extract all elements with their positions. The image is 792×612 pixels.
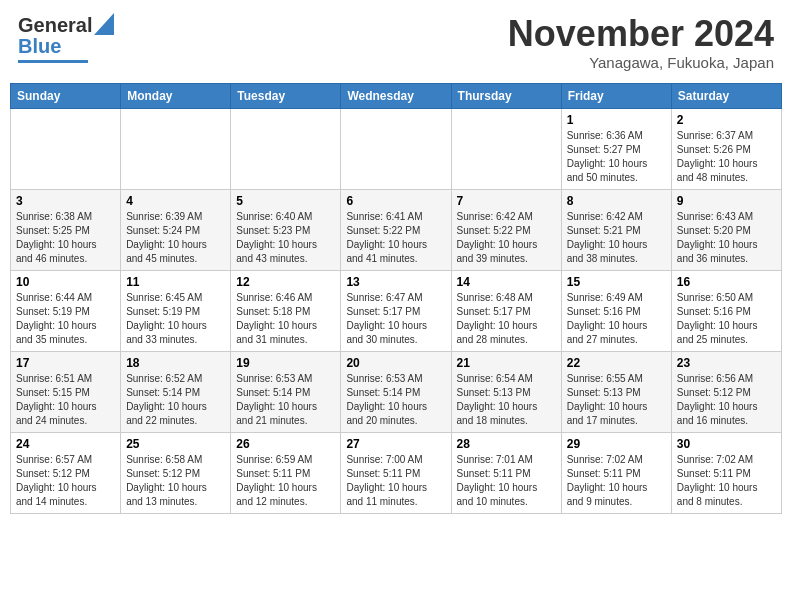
day-number: 21 (457, 356, 556, 370)
logo-triangle-icon (94, 13, 114, 35)
day-number: 11 (126, 275, 225, 289)
weekday-header-monday: Monday (121, 83, 231, 108)
calendar-cell: 2 Sunrise: 6:37 AMSunset: 5:26 PMDayligh… (671, 108, 781, 189)
day-number: 27 (346, 437, 445, 451)
day-info: Sunrise: 6:55 AMSunset: 5:13 PMDaylight:… (567, 372, 666, 428)
weekday-header-wednesday: Wednesday (341, 83, 451, 108)
day-info: Sunrise: 6:42 AMSunset: 5:21 PMDaylight:… (567, 210, 666, 266)
day-number: 14 (457, 275, 556, 289)
calendar-table: SundayMondayTuesdayWednesdayThursdayFrid… (10, 83, 782, 514)
calendar-cell: 23 Sunrise: 6:56 AMSunset: 5:12 PMDaylig… (671, 351, 781, 432)
day-info: Sunrise: 6:40 AMSunset: 5:23 PMDaylight:… (236, 210, 335, 266)
day-number: 24 (16, 437, 115, 451)
calendar-cell: 10 Sunrise: 6:44 AMSunset: 5:19 PMDaylig… (11, 270, 121, 351)
calendar-cell: 28 Sunrise: 7:01 AMSunset: 5:11 PMDaylig… (451, 432, 561, 513)
calendar-cell: 14 Sunrise: 6:48 AMSunset: 5:17 PMDaylig… (451, 270, 561, 351)
calendar-cell: 12 Sunrise: 6:46 AMSunset: 5:18 PMDaylig… (231, 270, 341, 351)
day-number: 1 (567, 113, 666, 127)
calendar-cell: 11 Sunrise: 6:45 AMSunset: 5:19 PMDaylig… (121, 270, 231, 351)
calendar-cell: 29 Sunrise: 7:02 AMSunset: 5:11 PMDaylig… (561, 432, 671, 513)
calendar-cell: 24 Sunrise: 6:57 AMSunset: 5:12 PMDaylig… (11, 432, 121, 513)
day-number: 12 (236, 275, 335, 289)
calendar-cell: 15 Sunrise: 6:49 AMSunset: 5:16 PMDaylig… (561, 270, 671, 351)
day-number: 13 (346, 275, 445, 289)
day-number: 28 (457, 437, 556, 451)
calendar-cell: 1 Sunrise: 6:36 AMSunset: 5:27 PMDayligh… (561, 108, 671, 189)
calendar-cell: 5 Sunrise: 6:40 AMSunset: 5:23 PMDayligh… (231, 189, 341, 270)
weekday-header-thursday: Thursday (451, 83, 561, 108)
calendar-cell: 17 Sunrise: 6:51 AMSunset: 5:15 PMDaylig… (11, 351, 121, 432)
location: Yanagawa, Fukuoka, Japan (508, 54, 774, 71)
day-info: Sunrise: 6:45 AMSunset: 5:19 PMDaylight:… (126, 291, 225, 347)
day-info: Sunrise: 6:53 AMSunset: 5:14 PMDaylight:… (346, 372, 445, 428)
logo-text-blue: Blue (18, 35, 61, 58)
day-info: Sunrise: 6:41 AMSunset: 5:22 PMDaylight:… (346, 210, 445, 266)
day-number: 15 (567, 275, 666, 289)
logo-text-general: General (18, 14, 92, 37)
weekday-header-friday: Friday (561, 83, 671, 108)
day-info: Sunrise: 6:37 AMSunset: 5:26 PMDaylight:… (677, 129, 776, 185)
title-block: November 2024 Yanagawa, Fukuoka, Japan (508, 14, 774, 71)
day-number: 30 (677, 437, 776, 451)
day-number: 17 (16, 356, 115, 370)
day-number: 26 (236, 437, 335, 451)
calendar-cell: 30 Sunrise: 7:02 AMSunset: 5:11 PMDaylig… (671, 432, 781, 513)
calendar-cell: 13 Sunrise: 6:47 AMSunset: 5:17 PMDaylig… (341, 270, 451, 351)
calendar-cell (121, 108, 231, 189)
day-info: Sunrise: 6:47 AMSunset: 5:17 PMDaylight:… (346, 291, 445, 347)
day-number: 20 (346, 356, 445, 370)
calendar-cell: 8 Sunrise: 6:42 AMSunset: 5:21 PMDayligh… (561, 189, 671, 270)
calendar-cell: 22 Sunrise: 6:55 AMSunset: 5:13 PMDaylig… (561, 351, 671, 432)
day-info: Sunrise: 7:00 AMSunset: 5:11 PMDaylight:… (346, 453, 445, 509)
day-info: Sunrise: 7:02 AMSunset: 5:11 PMDaylight:… (567, 453, 666, 509)
calendar-cell: 26 Sunrise: 6:59 AMSunset: 5:11 PMDaylig… (231, 432, 341, 513)
week-row-3: 10 Sunrise: 6:44 AMSunset: 5:19 PMDaylig… (11, 270, 782, 351)
day-number: 8 (567, 194, 666, 208)
calendar-cell (231, 108, 341, 189)
calendar-cell: 3 Sunrise: 6:38 AMSunset: 5:25 PMDayligh… (11, 189, 121, 270)
day-info: Sunrise: 6:57 AMSunset: 5:12 PMDaylight:… (16, 453, 115, 509)
day-number: 5 (236, 194, 335, 208)
weekday-header-sunday: Sunday (11, 83, 121, 108)
calendar-cell: 4 Sunrise: 6:39 AMSunset: 5:24 PMDayligh… (121, 189, 231, 270)
calendar-cell: 21 Sunrise: 6:54 AMSunset: 5:13 PMDaylig… (451, 351, 561, 432)
day-info: Sunrise: 6:46 AMSunset: 5:18 PMDaylight:… (236, 291, 335, 347)
day-number: 10 (16, 275, 115, 289)
calendar-cell: 18 Sunrise: 6:52 AMSunset: 5:14 PMDaylig… (121, 351, 231, 432)
svg-marker-0 (94, 13, 114, 35)
day-number: 16 (677, 275, 776, 289)
calendar-cell: 16 Sunrise: 6:50 AMSunset: 5:16 PMDaylig… (671, 270, 781, 351)
calendar-cell: 9 Sunrise: 6:43 AMSunset: 5:20 PMDayligh… (671, 189, 781, 270)
weekday-header-tuesday: Tuesday (231, 83, 341, 108)
day-info: Sunrise: 6:56 AMSunset: 5:12 PMDaylight:… (677, 372, 776, 428)
day-number: 23 (677, 356, 776, 370)
month-title: November 2024 (508, 14, 774, 54)
day-number: 22 (567, 356, 666, 370)
day-info: Sunrise: 6:42 AMSunset: 5:22 PMDaylight:… (457, 210, 556, 266)
day-info: Sunrise: 6:59 AMSunset: 5:11 PMDaylight:… (236, 453, 335, 509)
day-info: Sunrise: 6:51 AMSunset: 5:15 PMDaylight:… (16, 372, 115, 428)
day-info: Sunrise: 7:02 AMSunset: 5:11 PMDaylight:… (677, 453, 776, 509)
day-number: 3 (16, 194, 115, 208)
calendar-cell: 7 Sunrise: 6:42 AMSunset: 5:22 PMDayligh… (451, 189, 561, 270)
calendar-cell: 19 Sunrise: 6:53 AMSunset: 5:14 PMDaylig… (231, 351, 341, 432)
day-number: 4 (126, 194, 225, 208)
day-number: 6 (346, 194, 445, 208)
week-row-4: 17 Sunrise: 6:51 AMSunset: 5:15 PMDaylig… (11, 351, 782, 432)
day-info: Sunrise: 6:52 AMSunset: 5:14 PMDaylight:… (126, 372, 225, 428)
day-info: Sunrise: 6:44 AMSunset: 5:19 PMDaylight:… (16, 291, 115, 347)
day-number: 19 (236, 356, 335, 370)
day-info: Sunrise: 6:54 AMSunset: 5:13 PMDaylight:… (457, 372, 556, 428)
calendar-cell: 20 Sunrise: 6:53 AMSunset: 5:14 PMDaylig… (341, 351, 451, 432)
week-row-1: 1 Sunrise: 6:36 AMSunset: 5:27 PMDayligh… (11, 108, 782, 189)
day-info: Sunrise: 6:36 AMSunset: 5:27 PMDaylight:… (567, 129, 666, 185)
day-info: Sunrise: 6:50 AMSunset: 5:16 PMDaylight:… (677, 291, 776, 347)
week-row-2: 3 Sunrise: 6:38 AMSunset: 5:25 PMDayligh… (11, 189, 782, 270)
calendar-cell (11, 108, 121, 189)
calendar-cell: 25 Sunrise: 6:58 AMSunset: 5:12 PMDaylig… (121, 432, 231, 513)
logo: General Blue (18, 14, 114, 63)
calendar-cell: 6 Sunrise: 6:41 AMSunset: 5:22 PMDayligh… (341, 189, 451, 270)
day-number: 9 (677, 194, 776, 208)
day-number: 2 (677, 113, 776, 127)
day-number: 29 (567, 437, 666, 451)
